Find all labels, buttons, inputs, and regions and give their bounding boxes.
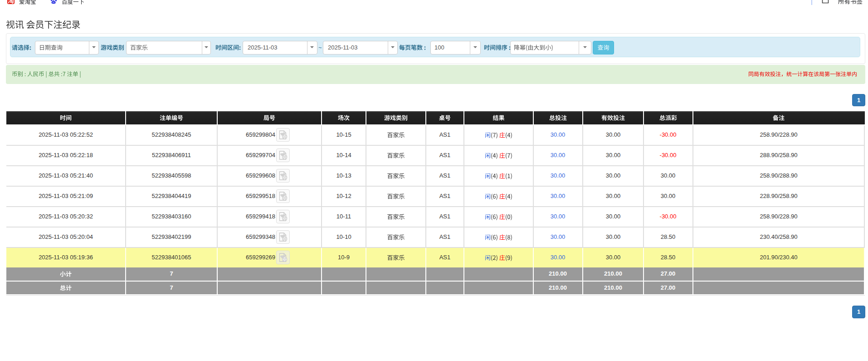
svg-text:du: du — [53, 1, 55, 3]
